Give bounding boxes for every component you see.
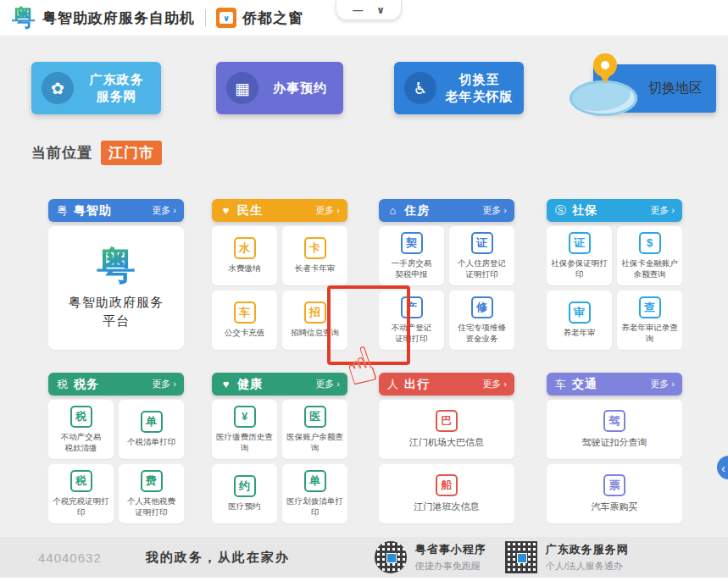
service-tile-insurance-proof-print[interactable]: 证 社保参保证明打印 — [547, 226, 612, 285]
service-tile-maintenance-fund[interactable]: 修 住宅专项维修 资金业务 — [449, 290, 514, 350]
service-tile-pension-review[interactable]: 审 养老年审 — [547, 290, 612, 350]
service-tile-ss-card-balance[interactable]: $ 社保卡金融账户 余额查询 — [617, 226, 682, 285]
house-icon: ⌂ — [386, 205, 399, 216]
yue-logo-icon: 粤 — [12, 6, 36, 30]
more-link[interactable]: 更多 › — [650, 204, 675, 217]
senior-card-icon: 卡 — [304, 237, 326, 259]
quick-action-label: 切换地区 — [648, 80, 703, 97]
current-location-label: 当前位置 — [31, 143, 92, 163]
category-title: 社保 — [572, 203, 597, 219]
service-tile-airport-bus-info[interactable]: 巴 江门机场大巴信息 — [379, 400, 514, 459]
insurance-card-icon: 医 — [304, 406, 326, 428]
more-link[interactable]: 更多 › — [152, 204, 176, 217]
category-card-minsheng: ♥ 民生 更多 › 水 水费缴纳 卡 长者卡年审 车 公交卡充值 招 — [212, 199, 347, 350]
service-tile-license-points-query[interactable]: 驾 驾驶证扣分查询 — [547, 400, 682, 459]
gdzwfw-qr-code — [505, 541, 537, 573]
qr-title: 粤省事小程序 — [415, 542, 486, 557]
walking-person-icon: 人 — [386, 379, 399, 390]
tile-label: 医保账户余额查询 — [284, 432, 346, 454]
id-card-icon: 单 — [141, 411, 163, 433]
calendar-icon: ▦ — [226, 72, 258, 104]
service-tile-senior-card-review[interactable]: 卡 长者卡年审 — [282, 226, 347, 285]
tile-label: 医疗预约 — [229, 501, 261, 512]
service-tile-deed-tax-declare[interactable]: 契 一手房交易 契税申报 — [379, 226, 444, 285]
more-link[interactable]: 更多 › — [482, 378, 507, 390]
service-tile-coach-ticket-purchase[interactable]: 票 汽车票购买 — [547, 464, 682, 523]
service-tile-real-estate-tax-pay[interactable]: 税 不动产交易 税款清缴 — [48, 400, 114, 459]
tile-label: 公交卡充值 — [225, 328, 265, 339]
heart-pulse-icon: ♥ — [220, 379, 232, 390]
category-header-minsheng[interactable]: ♥ 民生 更多 › — [212, 199, 347, 222]
tile-label: 招聘信息查询 — [291, 328, 339, 339]
service-tile-other-tax-proof-print[interactable]: 费 个人其他税费 证明打印 — [119, 464, 184, 523]
more-link[interactable]: 更多 › — [650, 378, 675, 390]
service-tile-income-tax-list-print[interactable]: 单 个税清单打印 — [119, 400, 184, 459]
category-header-jiankang[interactable]: ♥ 健康 更多 › — [212, 373, 347, 396]
collapse-button[interactable]: ∨ — [376, 5, 385, 15]
service-tile-tax-paid-proof-print[interactable]: 税 个税完税证明打印 — [48, 464, 114, 523]
certificate-document-icon: 证 — [471, 232, 493, 254]
tile-label: 医疗划拨清单打印 — [284, 496, 346, 518]
heart-hand-icon: ♥ — [220, 205, 232, 216]
main-canvas: ✿ 广东政务 服务网 ▦ 办事预约 ♿ 切换至 老年关怀版 切换地区 当前位置 … — [0, 36, 728, 537]
category-header-zhufang[interactable]: ⌂ 住房 更多 › — [379, 199, 514, 222]
service-tile-job-info-search[interactable]: 招 招聘信息查询 — [282, 290, 347, 350]
app-title: 粤智助政府服务自助机 — [42, 8, 195, 28]
current-city-badge[interactable]: 江门市 — [101, 141, 162, 165]
service-tile-port-schedule-info[interactable]: 船 江门港班次信息 — [379, 464, 514, 523]
job-search-icon: 招 — [304, 302, 326, 324]
service-tile-water-fee[interactable]: 水 水费缴纳 — [212, 226, 277, 285]
service-tile-bus-card-topup[interactable]: 车 公交卡充值 — [212, 290, 277, 350]
platform-tile[interactable]: 粤 粤智助政府服务 平台 — [48, 226, 184, 350]
category-card-yuezhizhu: 粤 粤智助 更多 › 粤 粤智助政府服务 平台 — [48, 199, 184, 350]
category-header-shebao[interactable]: Ⓢ 社保 更多 › — [547, 199, 682, 222]
switch-region-button[interactable]: 切换地区 — [570, 62, 716, 116]
money-card-icon: $ — [639, 232, 661, 254]
kiosk-home-screen: 粤 粤智助政府服务自助机 ∨ 侨都之窗 — ∨ ✿ 广东政务 服务网 ▦ 办事预… — [0, 0, 728, 581]
edge-panel-toggle-button[interactable]: ‹ — [717, 456, 728, 479]
tile-label: 养老年审记录查询 — [619, 323, 681, 345]
social-security-icon: Ⓢ — [554, 205, 567, 216]
quick-action-label: 广东政务 服务网 — [82, 71, 151, 106]
tax-check-doc-icon: 税 — [70, 470, 92, 492]
more-link[interactable]: 更多 › — [315, 204, 340, 217]
more-link[interactable]: 更多 › — [315, 378, 340, 390]
more-link[interactable]: 更多 › — [152, 378, 176, 390]
service-tile-medical-appointment[interactable]: 约 医疗预约 — [212, 464, 277, 523]
service-tile-real-estate-registration-print[interactable]: 产 不动产登记 证明打印 — [379, 290, 444, 350]
more-link[interactable]: 更多 › — [482, 204, 507, 217]
elderly-person-icon: ♿ — [404, 72, 436, 104]
service-tile-medical-transfer-list-print[interactable]: 单 医疗划拨清单打印 — [282, 464, 347, 523]
category-header-chuxing[interactable]: 人 出行 更多 › — [379, 373, 514, 396]
magnifier-person-icon: 查 — [639, 296, 661, 318]
category-title: 税务 — [74, 377, 99, 392]
driver-license-icon: 驾 — [603, 410, 625, 432]
pension-doc-icon: 审 — [569, 302, 591, 324]
service-tile-medical-payment-history[interactable]: ¥ 医疗缴费历史查询 — [212, 400, 277, 459]
category-title: 粤智助 — [74, 203, 112, 219]
tile-label: 长者卡年审 — [295, 263, 336, 274]
minimize-button[interactable]: — — [353, 5, 363, 15]
qr-subtitle: 个人/法人服务通办 — [546, 560, 629, 573]
category-card-jiankang: ♥ 健康 更多 › ¥ 医疗缴费历史查询 医 医保账户余额查询 约 医疗预约 — [212, 373, 347, 523]
service-tile-pension-review-records[interactable]: 查 养老年审记录查询 — [617, 290, 682, 350]
tile-label: 驾驶证扣分查询 — [582, 436, 647, 449]
category-card-jiaotong: 车 交通 更多 › 驾 驾驶证扣分查询 票 汽车票购买 — [547, 373, 682, 523]
tax-coin-doc-icon: 税 — [70, 406, 92, 428]
tile-label: 一手房交易 契税申报 — [392, 258, 432, 280]
gd-gov-service-site-button[interactable]: ✿ 广东政务 服务网 — [31, 62, 161, 114]
appointment-button[interactable]: ▦ 办事预约 — [216, 62, 343, 114]
category-title: 民生 — [237, 203, 263, 219]
bottom-strip — [0, 578, 728, 581]
category-header-shuiwu[interactable]: 税 税务 更多 › — [48, 373, 184, 396]
service-tile-medical-account-balance[interactable]: 医 医保账户余额查询 — [282, 400, 347, 459]
elder-mode-button[interactable]: ♿ 切换至 老年关怀版 — [394, 62, 524, 114]
service-tile-housing-registration-print[interactable]: 证 个人住房登记 证明打印 — [449, 226, 514, 285]
airport-bus-icon: 巴 — [436, 410, 458, 432]
yue-platform-logo-icon: 粤 — [97, 246, 136, 285]
category-header-jiaotong[interactable]: 车 交通 更多 › — [547, 373, 682, 396]
category-header-yuezhizhu[interactable]: 粤 粤智助 更多 › — [48, 199, 184, 222]
qr-group-yueshengshi: 粤省事小程序 便捷办事免跑腿 — [375, 541, 486, 573]
tile-label: 社保卡金融账户 余额查询 — [621, 258, 678, 280]
water-drop-icon: 水 — [234, 237, 256, 259]
